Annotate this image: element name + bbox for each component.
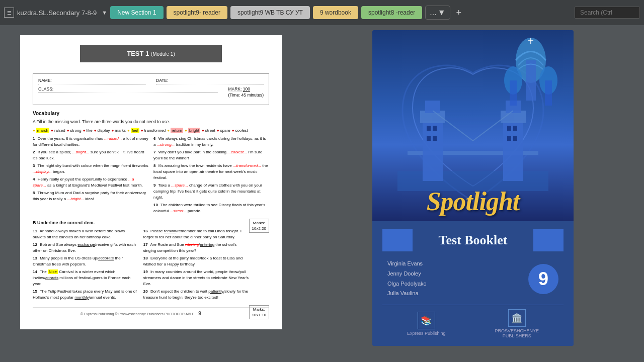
tab-spotlight9-wb[interactable]: spotlight9 WB TB СУ УТ: [230, 6, 310, 19]
svg-rect-10: [427, 126, 431, 131]
vocab-section-title: Vocabulary: [33, 110, 269, 117]
prosveshchenye-icon: 🏛️: [508, 309, 526, 327]
name-label: NAME:: [38, 78, 146, 84]
b-item-20: 20 Don't expect the children to wait pat…: [143, 289, 249, 301]
express-publishing-icon: 📚: [418, 312, 435, 329]
svg-rect-11: [433, 126, 437, 131]
svg-rect-17: [513, 136, 517, 141]
exercise-item-4: 4 Henry really enjoyed the opportunity t…: [33, 176, 148, 189]
authors-section: Virginia Evans Jenny Dooley Olga Podolya…: [382, 259, 564, 299]
cover-image: Spotlight: [372, 30, 574, 221]
author-4: Julia Vaulina: [387, 289, 427, 299]
svg-rect-14: [507, 126, 511, 131]
content-area: TEST 1 (Module 1) NAME: DATE: CLASS: MAR…: [0, 25, 644, 362]
b-item-19: 19 In many countries around the world, p…: [143, 269, 249, 287]
marks-box-1: Marks: 10x2 20: [249, 219, 269, 233]
b-item-14: 14 The Nice Carnival is a winter event w…: [33, 269, 138, 287]
publisher-prosveshchenye: 🏛️ PROSVESHCHENYEPUBLISHERS: [495, 309, 539, 338]
section-b-exercises: 11 Annabel always makes a wish before sh…: [33, 228, 249, 302]
document-panel: TEST 1 (Module 1) NAME: DATE: CLASS: MAR…: [0, 25, 302, 362]
prosveshchenye-name: PROSVESHCHENYEPUBLISHERS: [495, 328, 539, 338]
exercise-item-8: 8 It's amazing how the town residents ha…: [153, 163, 269, 181]
author-3: Olga Podolyako: [387, 279, 427, 289]
tab-spotlight9-reader[interactable]: spotlight9- reader: [167, 6, 227, 19]
cover-bottom: Test Booklet Virginia Evans Jenny Dooley…: [372, 221, 574, 346]
author-1: Virginia Evans: [387, 259, 427, 269]
exercise-item-3: 3 The night sky burst with colour when t…: [33, 163, 148, 175]
grade-number: 9: [528, 264, 558, 294]
document-footer: © Express Publishing © Prosweshcheniye P…: [33, 307, 269, 317]
b-item-11: 11 Annabel always makes a wish before sh…: [33, 228, 138, 240]
svg-rect-13: [433, 136, 437, 141]
svg-rect-19: [526, 60, 536, 101]
document-page: TEST 1 (Module 1) NAME: DATE: CLASS: MAR…: [20, 35, 282, 329]
author-2: Jenny Dooley: [387, 269, 427, 279]
b-item-12: 12 Bob and Sue always exchange/receive g…: [33, 242, 138, 254]
exercise-item-7: 7 Why don't you take part in the cooking…: [153, 149, 269, 161]
test-booklet-bar: Test Booklet: [382, 229, 564, 251]
authors-list: Virginia Evans Jenny Dooley Olga Podolya…: [387, 259, 427, 299]
topbar: ☰ kuzdra.SL.Secondary 7-8-9 ▼ New Sectio…: [0, 0, 644, 25]
app-logo: ☰: [4, 8, 14, 18]
tab-new-section[interactable]: New Section 1: [110, 6, 163, 19]
exercise-item-1: 1 Over the years, this organisation has …: [33, 136, 148, 148]
express-publishing-name: Express Publishing: [407, 331, 446, 336]
publishers-row: 📚 Express Publishing 🏛️ PROSVESHCHENYEPU…: [382, 305, 564, 338]
more-tabs-button[interactable]: ... ▼: [425, 6, 450, 20]
publisher-express: 📚 Express Publishing: [407, 312, 446, 336]
svg-rect-12: [427, 136, 431, 141]
b-item-18: 18 Everyone at the party made/took a toa…: [143, 255, 249, 267]
document-title: kuzdra.SL.Secondary 7-8-9: [17, 9, 97, 17]
tab-spotlight8-reader[interactable]: spotlight8 -reader: [361, 6, 422, 19]
info-box: NAME: DATE: CLASS: MARK: 100 (Time: 45 m…: [33, 73, 269, 105]
tab-9wordbook[interactable]: 9 wordbook: [313, 6, 358, 19]
date-label: DATE:: [156, 78, 264, 84]
time-label: (Time: 45 minutes): [228, 93, 264, 99]
book-cover-panel: Spotlight Test Booklet Virginia Evans Je…: [302, 25, 644, 362]
tb-blue-left: [382, 229, 413, 251]
svg-rect-15: [513, 126, 517, 131]
svg-rect-21: [510, 80, 517, 106]
exercise-columns: 1 Over the years, this organisation has …: [33, 136, 269, 216]
exercise-item-2: 2 If you see a spider, ...bright... sure…: [33, 149, 148, 161]
svg-rect-23: [545, 80, 552, 106]
add-tab-button[interactable]: +: [453, 8, 465, 18]
test-title: TEST 1 (Module 1): [80, 45, 222, 62]
class-label: CLASS:: [38, 86, 218, 93]
svg-rect-16: [507, 136, 511, 141]
b-item-16: 16 Please remind/remember me to call Lin…: [143, 228, 249, 240]
vocab-instruction: A Fill in the missing word. There are th…: [33, 119, 269, 125]
search-input[interactable]: [575, 7, 640, 19]
exercise-item-6: 6 We always sing Christmas carols during…: [153, 136, 269, 148]
spotlight-logo-text: Spotlight: [427, 187, 520, 216]
word-list: ● march ● raised ● strong ● like ● displ…: [33, 128, 269, 133]
section-b-title: B Underline the correct item.: [33, 220, 269, 226]
mark-label: MARK: 100: [228, 86, 264, 93]
b-item-17: 17 Are Rosie and Sue winning/entering th…: [143, 242, 249, 254]
exercise-item-5: 5 Throwing Mum and Dad a surprise party …: [33, 190, 148, 202]
b-item-15: 15 The Tulip Festival takes place every …: [33, 289, 138, 301]
test-booklet-title: Test Booklet: [415, 233, 531, 248]
chevron-down-icon: ▼: [438, 8, 446, 17]
book-cover: Spotlight Test Booklet Virginia Evans Je…: [372, 30, 574, 346]
b-item-13: 13 Many people in the US dress up/decora…: [33, 255, 138, 267]
tb-blue-right: [533, 229, 564, 251]
exercise-item-9: 9 Take a ...spare... change of warm clot…: [153, 183, 269, 201]
marks-box-2: Marks: 10x1 10: [249, 305, 269, 319]
title-dropdown-icon[interactable]: ▼: [102, 10, 107, 16]
exercise-item-10: 10 The children were thrilled to see Dis…: [153, 202, 269, 214]
st-basils-domes: [498, 35, 564, 126]
